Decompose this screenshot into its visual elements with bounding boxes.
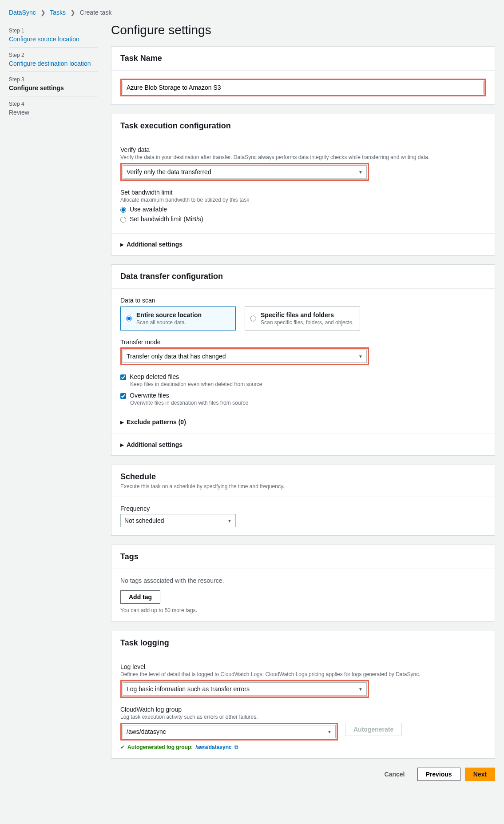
task-name-heading: Task Name xyxy=(120,54,486,63)
check-circle-icon: ✔ xyxy=(120,744,125,750)
transfer-additional-toggle[interactable]: ▶ Additional settings xyxy=(120,441,486,448)
step-1[interactable]: Step 1 Configure source location xyxy=(9,23,98,48)
exec-heading: Task execution configuration xyxy=(120,121,486,131)
bw-help: Allocate maximum bandwidth to be utilize… xyxy=(120,197,486,203)
overwrite-help: Overwrite files in destination with file… xyxy=(130,400,486,406)
autogen-link[interactable]: /aws/datasync xyxy=(195,744,231,750)
triangle-right-icon: ▶ xyxy=(120,242,124,247)
chevron-right-icon: ❯ xyxy=(40,9,46,16)
cancel-button[interactable]: Cancel xyxy=(377,768,413,781)
transfer-heading: Data transfer configuration xyxy=(120,272,486,281)
freq-label: Frequency xyxy=(120,505,486,512)
breadcrumb-tasks[interactable]: Tasks xyxy=(50,9,66,16)
wizard-footer: Cancel Previous Next xyxy=(111,768,495,781)
caret-down-icon: ▼ xyxy=(358,687,363,692)
bw-radio-available[interactable]: Use available xyxy=(120,206,486,213)
previous-button[interactable]: Previous xyxy=(417,768,460,781)
panel-transfer-config: Data transfer configuration Data to scan… xyxy=(111,264,495,456)
verify-label: Verify data xyxy=(120,146,486,153)
logging-heading: Task logging xyxy=(120,638,486,648)
triangle-right-icon: ▶ xyxy=(120,420,124,425)
level-help: Defines the level of detail that is logg… xyxy=(120,671,486,677)
step-4: Step 4 Review xyxy=(9,96,98,120)
keep-help: Keep files in destination even when dele… xyxy=(130,381,486,387)
caret-down-icon: ▼ xyxy=(358,170,363,175)
external-link-icon: ⧉ xyxy=(234,744,238,750)
tags-limit: You can add up to 50 more tags. xyxy=(120,607,486,613)
exec-additional-toggle[interactable]: ▶ Additional settings xyxy=(120,241,486,248)
group-select[interactable]: /aws/datasync ▼ xyxy=(123,725,336,738)
verify-help: Verify the data in your destination afte… xyxy=(120,154,486,160)
autogen-success: ✔ Autogenerated log group: /aws/datasync… xyxy=(120,744,486,750)
breadcrumb-current: Create task xyxy=(80,9,112,16)
step-2[interactable]: Step 2 Configure destination location xyxy=(9,48,98,72)
add-tag-button[interactable]: Add tag xyxy=(120,590,160,604)
mode-label: Transfer mode xyxy=(120,338,486,346)
task-name-input[interactable] xyxy=(123,81,484,94)
panel-exec-config: Task execution configuration Verify data… xyxy=(111,114,495,255)
group-help: Log task execution activity such as erro… xyxy=(120,714,486,720)
verify-select[interactable]: Verify only the data transferred ▼ xyxy=(123,165,367,179)
overwrite-check[interactable]: Overwrite files xyxy=(120,392,486,399)
triangle-right-icon: ▶ xyxy=(120,442,124,447)
scan-label: Data to scan xyxy=(120,297,486,304)
exclude-toggle[interactable]: ▶ Exclude patterns (0) xyxy=(120,418,486,426)
panel-schedule: Schedule Execute this task on a schedule… xyxy=(111,465,495,536)
breadcrumb-root[interactable]: DataSync xyxy=(9,9,36,16)
panel-tags: Tags No tags associated with the resourc… xyxy=(111,545,495,622)
chevron-right-icon: ❯ xyxy=(70,9,75,16)
mode-select[interactable]: Transfer only data that has changed ▼ xyxy=(123,350,367,363)
schedule-sub: Execute this task on a schedule by speci… xyxy=(120,483,486,490)
breadcrumb: DataSync ❯ Tasks ❯ Create task xyxy=(9,9,495,16)
level-label: Log level xyxy=(120,663,486,670)
page-title: Configure settings xyxy=(111,23,495,37)
panel-task-name: Task Name xyxy=(111,46,495,105)
next-button[interactable]: Next xyxy=(465,768,495,781)
step-3: Step 3 Configure settings xyxy=(9,72,98,96)
caret-down-icon: ▼ xyxy=(327,729,332,734)
freq-select[interactable]: Not scheduled ▼ xyxy=(120,514,236,527)
schedule-heading: Schedule xyxy=(120,472,486,482)
level-select[interactable]: Log basic information such as transfer e… xyxy=(123,682,367,696)
tags-empty: No tags associated with the resource. xyxy=(120,577,486,584)
caret-down-icon: ▼ xyxy=(227,518,232,523)
autogenerate-button: Autogenerate xyxy=(345,723,402,736)
bw-radio-limit[interactable]: Set bandwidth limit (MiB/s) xyxy=(120,215,486,223)
scan-tile-entire[interactable]: Entire source location Scan all source d… xyxy=(120,307,236,330)
tags-heading: Tags xyxy=(120,552,486,561)
keep-deleted-check[interactable]: Keep deleted files xyxy=(120,373,486,380)
caret-down-icon: ▼ xyxy=(358,354,363,359)
scan-tile-specific[interactable]: Specific files and folders Scan specific… xyxy=(245,307,360,330)
group-label: CloudWatch log group xyxy=(120,706,486,713)
panel-logging: Task logging Log level Defines the level… xyxy=(111,631,495,759)
bw-label: Set bandwidth limit xyxy=(120,189,486,196)
wizard-sidebar: Step 1 Configure source location Step 2 … xyxy=(9,23,98,781)
